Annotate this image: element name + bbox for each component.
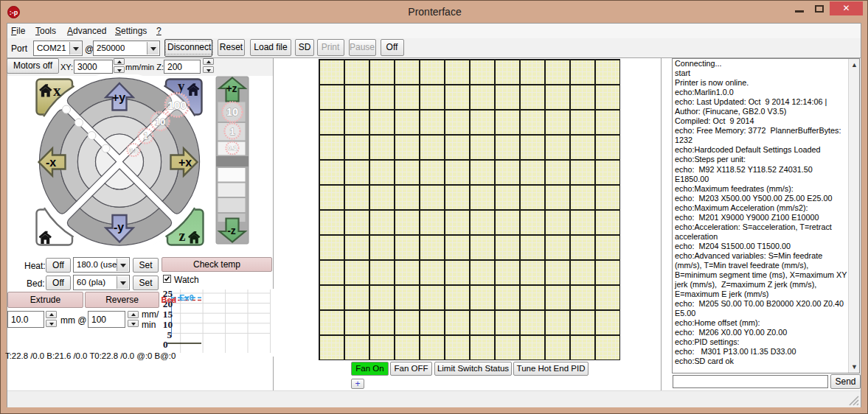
svg-text:15: 15 bbox=[163, 309, 173, 320]
svg-text:Bed: Bed bbox=[162, 295, 177, 304]
svg-text:y: y bbox=[178, 78, 185, 94]
svg-text:+z: +z bbox=[226, 83, 237, 94]
svg-text:10: 10 bbox=[155, 116, 165, 127]
svg-text:0.1: 0.1 bbox=[228, 144, 237, 152]
svg-text:0.1: 0.1 bbox=[129, 147, 138, 154]
svg-text:+x: +x bbox=[178, 156, 192, 169]
svg-text:10: 10 bbox=[226, 106, 238, 118]
svg-text:-x: -x bbox=[46, 156, 56, 169]
svg-text:+y: +y bbox=[112, 91, 125, 104]
svg-text:-z: -z bbox=[227, 225, 236, 236]
svg-text:0: 0 bbox=[163, 339, 168, 350]
svg-text:1: 1 bbox=[229, 126, 235, 137]
svg-text:-y: -y bbox=[114, 221, 124, 234]
svg-text:100: 100 bbox=[167, 99, 187, 111]
svg-text:Ex0: Ex0 bbox=[179, 293, 194, 302]
svg-text:z: z bbox=[179, 228, 186, 244]
svg-text:x: x bbox=[53, 82, 61, 99]
svg-text:1: 1 bbox=[143, 131, 148, 141]
